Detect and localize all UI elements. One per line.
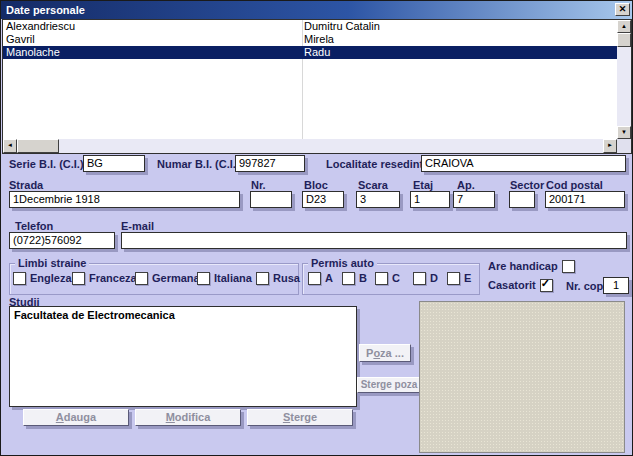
sterge-label-rest: terge — [290, 411, 317, 423]
left-arrow-icon: ◄ — [7, 142, 13, 148]
poza-label-rest: za ... — [380, 347, 404, 359]
permis-auto-title: Permis auto — [308, 257, 377, 269]
checkbox-engleza[interactable]: Engleza — [13, 271, 72, 283]
adauga-button[interactable]: Adauga — [23, 409, 129, 426]
scara-field[interactable]: 3 — [356, 191, 400, 208]
permis-e-label: E — [464, 272, 471, 284]
engleza-checkbox-icon[interactable] — [13, 272, 26, 285]
adauga-label-rest: dauga — [64, 411, 96, 423]
nr-field[interactable] — [250, 191, 292, 208]
vertical-scroll-thumb[interactable] — [617, 33, 631, 47]
permis-d-label: D — [430, 272, 438, 284]
permis-a-label: A — [325, 272, 333, 284]
scrollbar-corner — [617, 139, 631, 153]
studii-listbox[interactable]: Facultatea de Electromecanica — [9, 306, 357, 407]
permis-e-checkbox-icon[interactable] — [447, 272, 460, 285]
people-listbox: Alexandriescu Dumitru Catalin Gavril Mir… — [2, 19, 632, 154]
people-list-rows: Alexandriescu Dumitru Catalin Gavril Mir… — [3, 20, 617, 139]
check-icon: ✓ — [541, 278, 550, 289]
list-item[interactable]: Gavril Mirela — [3, 33, 617, 46]
permis-b-label: B — [359, 272, 367, 284]
poza-button[interactable]: Poza ... — [359, 344, 411, 362]
checkbox-germana[interactable]: Germana — [135, 271, 200, 283]
scroll-right-button[interactable]: ► — [603, 139, 617, 153]
sterge-button[interactable]: Sterge — [247, 409, 353, 426]
scroll-left-button[interactable]: ◄ — [3, 139, 17, 153]
person-first-name: Dumitru Catalin — [304, 20, 380, 33]
studii-item[interactable]: Facultatea de Electromecanica — [10, 307, 356, 323]
numar-bi-field[interactable]: 997827 — [235, 155, 305, 172]
person-first-name: Mirela — [304, 33, 334, 46]
checkbox-permis-a[interactable]: A — [308, 271, 333, 283]
cod-postal-label: Cod postal — [546, 179, 603, 191]
person-last-name: Manolache — [6, 46, 60, 59]
germana-checkbox-icon[interactable] — [135, 272, 148, 285]
permis-c-label: C — [392, 272, 400, 284]
modifica-label-rest: odifica — [175, 411, 210, 423]
photo-box — [419, 301, 625, 453]
bloc-label: Bloc — [304, 179, 328, 191]
serie-bi-label: Serie B.I. (C.I.) — [9, 158, 84, 170]
close-button[interactable]: ✕ — [615, 3, 630, 16]
are-handicap-checkbox-icon[interactable] — [562, 260, 575, 273]
permis-a-checkbox-icon[interactable] — [308, 272, 321, 285]
casatorit-checkbox-icon[interactable]: ✓ — [540, 279, 553, 292]
ap-field[interactable]: 7 — [453, 191, 495, 208]
ap-label: Ap. — [457, 179, 475, 191]
checkbox-permis-c[interactable]: C — [375, 271, 400, 283]
sterge-poza-label: Sterge poza — [361, 379, 418, 390]
email-field[interactable] — [121, 232, 627, 249]
etaj-field[interactable]: 1 — [410, 191, 450, 208]
checkbox-italiana[interactable]: Italiana — [197, 271, 252, 283]
strada-field[interactable]: 1Decembrie 1918 — [9, 191, 240, 208]
permis-c-checkbox-icon[interactable] — [375, 272, 388, 285]
localitate-field[interactable]: CRAIOVA — [421, 155, 626, 172]
italiana-checkbox-icon[interactable] — [197, 272, 210, 285]
checkbox-permis-d[interactable]: D — [413, 271, 438, 283]
are-handicap-label: Are handicap — [488, 260, 558, 272]
modifica-button[interactable]: Modifica — [135, 409, 241, 426]
sector-field[interactable] — [509, 191, 535, 208]
horizontal-scroll-thumb[interactable] — [17, 139, 59, 153]
scroll-up-button[interactable]: ▲ — [617, 20, 631, 33]
rusa-checkbox-icon[interactable] — [256, 272, 269, 285]
modifica-label-key: M — [166, 411, 175, 423]
engleza-label: Engleza — [30, 272, 72, 284]
right-arrow-icon: ► — [607, 142, 613, 148]
cod-postal-field[interactable]: 200171 — [545, 191, 625, 208]
horizontal-scrollbar[interactable]: ◄ ► — [3, 139, 617, 153]
vertical-scrollbar[interactable]: ▲ ▼ — [617, 20, 631, 139]
email-label: E-mail — [121, 220, 154, 232]
etaj-label: Etaj — [413, 179, 433, 191]
scroll-down-button[interactable]: ▼ — [617, 126, 631, 139]
serie-bi-field[interactable]: BG — [83, 155, 145, 172]
permis-b-checkbox-icon[interactable] — [342, 272, 355, 285]
up-arrow-icon: ▲ — [621, 23, 627, 29]
casatorit-label: Casatorit — [488, 279, 536, 291]
limbi-straine-title: Limbi straine — [15, 257, 89, 269]
telefon-field[interactable]: (0722)576092 — [9, 232, 115, 249]
checkbox-permis-b[interactable]: B — [342, 271, 367, 283]
bloc-field[interactable]: D23 — [302, 191, 344, 208]
italiana-label: Italiana — [214, 272, 252, 284]
list-item-selected[interactable]: Manolache Radu — [3, 46, 617, 59]
franceza-checkbox-icon[interactable] — [72, 272, 85, 285]
sterge-poza-button[interactable]: Sterge poza — [357, 377, 421, 393]
localitate-label: Localitate resedinta — [326, 158, 429, 170]
permis-d-checkbox-icon[interactable] — [413, 272, 426, 285]
adauga-label-key: A — [56, 411, 64, 423]
person-first-name: Radu — [304, 46, 330, 59]
window-title: Date personale — [6, 4, 85, 16]
close-icon: ✕ — [619, 4, 627, 14]
checkbox-casatorit[interactable]: Casatorit✓ — [488, 278, 553, 290]
list-item[interactable]: Alexandriescu Dumitru Catalin — [3, 20, 617, 33]
checkbox-permis-e[interactable]: E — [447, 271, 471, 283]
date-personale-window: Date personale ✕ Alexandriescu Dumitru C… — [0, 0, 633, 456]
checkbox-are-handicap[interactable]: Are handicap — [488, 259, 575, 271]
checkbox-franceza[interactable]: Franceza — [72, 271, 137, 283]
title-bar: Date personale — [1, 1, 632, 19]
nr-copii-field[interactable]: 1 — [603, 277, 629, 294]
rusa-label: Rusa — [273, 272, 300, 284]
franceza-label: Franceza — [89, 272, 137, 284]
checkbox-rusa[interactable]: Rusa — [256, 271, 300, 283]
